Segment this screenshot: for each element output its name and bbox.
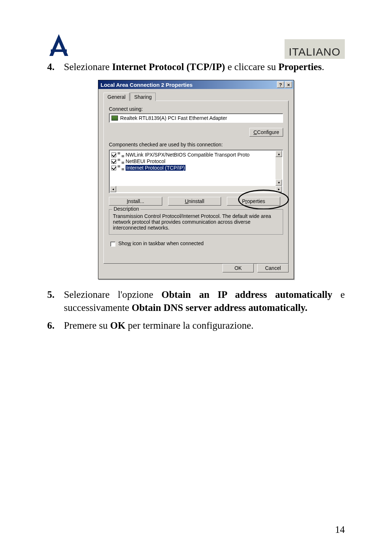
nic-icon xyxy=(111,116,118,121)
tab-panel-general: Connect using: Realtek RTL8139(A) PCI Fa… xyxy=(103,101,289,263)
logo-icon xyxy=(47,33,70,59)
list-item[interactable]: NetBEUI Protocol xyxy=(111,158,275,165)
instruction-number: 4. xyxy=(47,60,54,73)
ok-button[interactable]: OK xyxy=(222,264,254,272)
instruction-5: 5. Selezionare l'opzione Obtain an IP ad… xyxy=(47,288,345,315)
protocol-icon xyxy=(118,159,124,164)
tab-sharing[interactable]: Sharing xyxy=(130,93,156,101)
components-listbox[interactable]: NWLink IPX/SPX/NetBIOS Compatible Transp… xyxy=(109,150,283,193)
properties-dialog: Local Area Connection 2 Properties ? × G… xyxy=(98,80,294,279)
checkbox-checked-icon[interactable] xyxy=(111,166,116,170)
close-button[interactable]: × xyxy=(285,81,292,88)
description-label: Description xyxy=(112,206,140,212)
description-text: Transmission Control Protocol/Internet P… xyxy=(113,213,279,231)
instruction-4: 4. Selezionare Internet Protocol (TCP/IP… xyxy=(47,60,345,73)
instruction-number: 5. xyxy=(47,288,54,301)
cancel-button[interactable]: Cancel xyxy=(257,264,289,272)
scroll-down-icon[interactable]: ▾ xyxy=(275,179,282,186)
list-item[interactable]: NWLink IPX/SPX/NetBIOS Compatible Transp… xyxy=(111,151,275,158)
configure-button[interactable]: CConfigure xyxy=(249,128,283,137)
language-badge: ITALIANO xyxy=(285,39,345,59)
uninstall-button[interactable]: Uninstall xyxy=(168,197,221,206)
scroll-right-icon[interactable]: ▸ xyxy=(276,186,282,192)
checkbox-checked-icon[interactable] xyxy=(111,153,116,157)
page-number: 14 xyxy=(335,524,345,535)
list-item-tcpip[interactable]: Internet Protocol (TCP/IP) xyxy=(111,165,275,171)
protocol-icon xyxy=(118,165,124,170)
checkbox-unchecked-icon[interactable] xyxy=(110,242,115,247)
dialog-titlebar[interactable]: Local Area Connection 2 Properties ? × xyxy=(98,80,294,89)
show-icon-checkbox-row[interactable]: Show icon in taskbar when connected xyxy=(110,240,283,246)
instruction-number: 6. xyxy=(47,319,54,332)
instruction-6: 6. Premere su OK per terminare la config… xyxy=(47,319,345,332)
install-button[interactable]: Install... xyxy=(109,197,162,206)
vertical-scrollbar[interactable]: ▴ ▾ xyxy=(275,151,282,186)
adapter-field[interactable]: Realtek RTL8139(A) PCI Fast Ethernet Ada… xyxy=(109,113,283,123)
checkbox-checked-icon[interactable] xyxy=(111,159,116,164)
scroll-left-icon[interactable]: ◂ xyxy=(110,186,116,192)
connect-using-label: Connect using: xyxy=(109,106,283,112)
horizontal-scrollbar[interactable]: ◂ ▸ xyxy=(110,186,282,192)
svg-rect-0 xyxy=(51,49,67,52)
help-button[interactable]: ? xyxy=(277,81,284,88)
description-groupbox: Description Transmission Control Protoco… xyxy=(109,209,283,235)
components-label: Components checked are used by this conn… xyxy=(109,142,283,147)
adapter-name: Realtek RTL8139(A) PCI Fast Ethernet Ada… xyxy=(120,115,227,121)
dialog-title: Local Area Connection 2 Properties xyxy=(101,82,193,88)
tab-general[interactable]: General xyxy=(103,93,130,101)
properties-button[interactable]: Properties xyxy=(227,197,280,206)
protocol-icon xyxy=(118,152,124,157)
scroll-up-icon[interactable]: ▴ xyxy=(275,151,282,157)
